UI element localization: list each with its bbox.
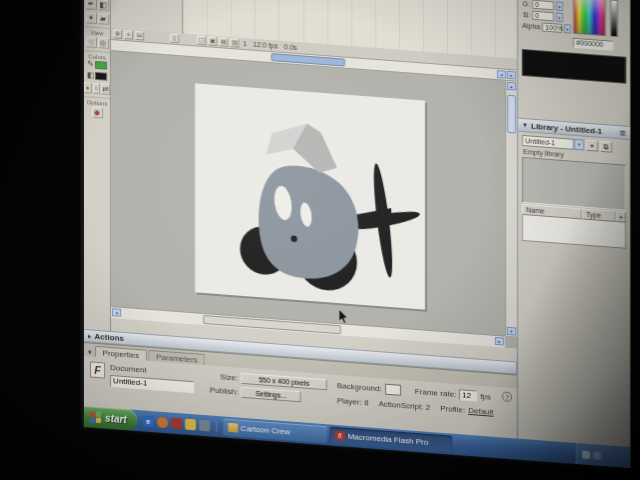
tools-panel: ✎ ✐ ⊡ ▦ ✒ ◧ ✦ ▰ View ☜ ◎ Colors ✎ ◧ [84,0,111,331]
taskbar-button-cartoon-crew[interactable]: Cartoon Crew [223,418,327,443]
onion-outline-button[interactable]: ▤ [219,37,228,47]
library-combo-arrow-icon: ▾ [574,139,584,151]
snap-icon: ◉ [94,108,101,117]
color-mixer-panel: ✎ ◧ R: 0 ▾ G: 0 ▾ [518,0,630,91]
default-colors-button[interactable]: ▪ [84,82,92,94]
no-color-button[interactable]: ▫ [93,83,101,95]
stage-vscroll-thumb[interactable] [507,95,516,134]
timeline-scroll-left-arrow[interactable]: ◂ [497,70,506,79]
internet-explorer-icon[interactable]: e [143,415,154,427]
alpha-stepper[interactable]: ▾ [564,24,571,34]
eyedropper-tool[interactable]: ✦ [86,12,97,24]
folder-quicklaunch-icon[interactable] [185,419,196,431]
delete-layer-button[interactable]: ▯ [170,33,179,43]
right-panel-dock: ✎ ◧ R: 0 ▾ G: 0 ▾ [517,0,630,468]
stroke-color-swatch[interactable] [95,61,107,70]
properties-help-button[interactable]: ? [502,391,512,402]
hand-icon: ☜ [87,38,94,47]
library-menu-icon[interactable]: ≣ [619,128,626,138]
swap-colors-button[interactable]: ⇄ [101,83,110,95]
stroke-color-pencil-icon: ✎ [87,60,94,69]
alpha-value-field[interactable]: 100% [542,22,562,33]
flash-quicklaunch-icon[interactable] [171,418,182,430]
options-section-label: Options [84,96,110,107]
start-button-label: start [105,413,127,426]
hex-color-field[interactable]: #000000 [573,38,613,51]
eraser-icon: ▰ [100,15,106,23]
edit-multiple-frames-button[interactable]: ▥ [230,38,239,48]
eyedropper-icon: ✦ [88,14,95,23]
background-color-swatch[interactable] [385,384,401,396]
properties-collapse-arrow-icon: ▾ [88,348,92,356]
eraser-tool[interactable]: ▰ [98,13,109,25]
library-preview-area [522,157,626,211]
quick-launch-bar: e [137,415,217,432]
flash-document-icon: F [90,361,105,378]
library-sort-button[interactable]: ▴ [616,211,626,223]
stage-pasteboard[interactable]: ▴ ▾ ◂ ▸ [111,51,517,349]
stage-vertical-scrollbar[interactable]: ▴ ▾ [505,81,517,337]
start-button[interactable]: start [84,406,137,431]
profile-value-link[interactable]: Default [468,406,493,417]
stage-scroll-down-arrow[interactable]: ▾ [507,327,516,336]
current-frame-value: 1 [241,40,249,48]
snap-option-button[interactable]: ◉ [92,107,103,119]
g-label: G: [522,0,530,8]
task-button-label: Cartoon Crew [241,424,290,437]
color-preview-swatch[interactable] [522,49,626,84]
motion-guide-button[interactable]: ⌖ [124,30,133,40]
actionscript-version-text: ActionScript: 2 [379,399,431,412]
flash-app-icon: fl [335,431,345,441]
player-version-text: Player: 8 [337,396,369,407]
center-frame-button[interactable]: ▢ [197,35,206,45]
ink-bottle-tool[interactable]: ✒ [86,0,97,10]
stage-scroll-up-arrow[interactable]: ▴ [507,82,516,91]
folder-icon [228,423,238,433]
actions-panel-title: Actions [95,332,124,343]
g-value-field[interactable]: 0 [532,0,554,10]
library-collapse-arrow-icon: ▼ [522,122,528,128]
stage-hscroll-thumb[interactable] [203,315,341,334]
library-pin-button[interactable]: ⌖ [586,140,598,152]
stage-scroll-right-arrow[interactable]: ▸ [495,337,504,346]
brightness-slider[interactable] [610,0,618,37]
tray-icon-1[interactable] [582,450,590,459]
alpha-label: Alpha: [522,22,540,30]
browser-icon[interactable] [157,416,168,428]
stage-scroll-left-arrow[interactable]: ◂ [112,308,121,317]
library-new-window-button[interactable]: ⧉ [600,141,612,153]
task-button-label: Macromedia Flash Pro [348,432,428,447]
insert-layer-button[interactable]: ⊕ [113,29,122,39]
actions-collapse-arrow-icon: ▸ [88,332,92,340]
fill-color-swatch[interactable] [95,72,107,81]
library-panel: ▼ Library - Untitled-1 ≣ Untitled-1 ▾ ⌖ … [518,118,630,249]
background-label: Background: [337,381,382,393]
zoom-icon: ◎ [100,39,107,48]
zoom-tool[interactable]: ◎ [98,37,109,49]
photo-of-monitor: { "app": {"name": "Macromedia Flash", "a… [0,0,640,480]
hand-tool[interactable]: ☜ [86,36,97,48]
windows-flag-icon [90,412,101,423]
profile-label: Profile: [440,404,465,415]
show-desktop-icon[interactable] [199,420,210,432]
publish-settings-button[interactable]: Settings... [241,387,301,403]
size-label: Size: [204,371,238,383]
g-stepper[interactable]: ▾ [556,1,563,11]
swap-colors-icon: ⇄ [102,85,109,94]
ink-bottle-icon: ✒ [88,0,95,8]
timeline-scroll-right-arrow[interactable]: ▸ [507,71,516,80]
layer-folder-button[interactable]: ⊟ [135,31,144,41]
b-stepper[interactable]: ▾ [556,12,563,22]
stage-canvas[interactable] [195,83,425,309]
elapsed-time-value: 0.0s [282,43,299,51]
b-value-field[interactable]: 0 [532,11,554,22]
document-name-field[interactable]: Untitled-1 [110,375,194,393]
fps-label: fps [480,392,491,402]
fill-color-bucket-icon: ◧ [87,71,95,80]
onion-skin-button[interactable]: ▣ [208,36,217,46]
color-spectrum-picker[interactable] [573,0,606,36]
paint-bucket-tool[interactable]: ◧ [98,0,109,11]
cartoon-drawing [195,83,425,309]
tray-icon-2[interactable] [593,451,601,460]
framerate-field[interactable]: 12 [459,389,477,401]
